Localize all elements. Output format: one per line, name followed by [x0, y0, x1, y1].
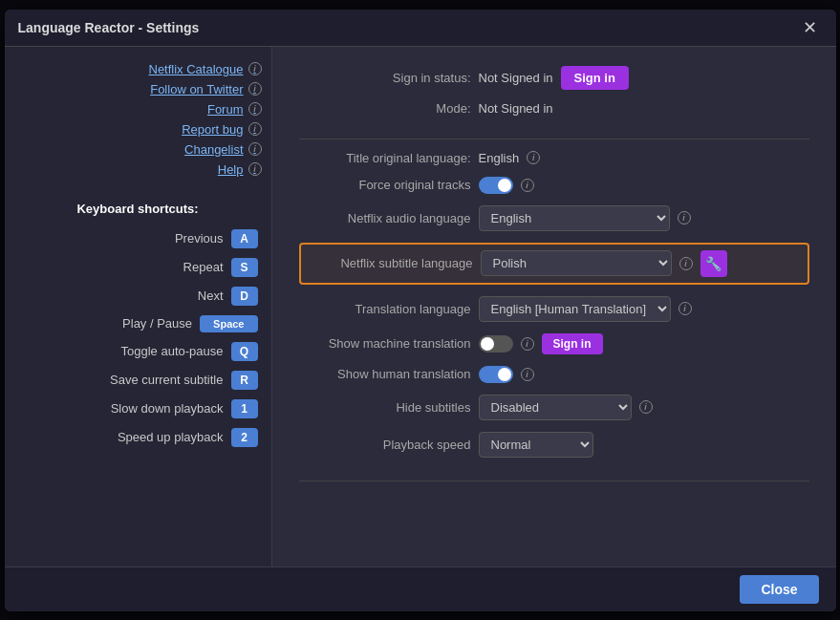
divider-1 — [299, 139, 809, 139]
machine-translation-sign-in-button[interactable]: Sign in — [542, 333, 603, 354]
modal-overlay: Language Reactor - Settings ✕ Netflix Ca… — [0, 0, 840, 620]
netflix-audio-language-select[interactable]: English Polish German French Spanish — [479, 205, 670, 231]
shortcut-previous-label: Previous — [14, 231, 224, 246]
close-modal-button[interactable]: Close — [740, 575, 818, 604]
shortcut-play-pause-label: Play / Pause — [14, 316, 193, 331]
shortcut-next-label: Next — [14, 289, 224, 303]
sign-in-button[interactable]: Sign in — [561, 66, 629, 90]
netflix-audio-info-icon[interactable]: i — [678, 211, 691, 224]
title-original-language-value: English — [479, 151, 520, 165]
netflix-audio-language-row: Netflix audio language English Polish Ge… — [299, 205, 809, 231]
sign-in-status-label: Sign in status: — [299, 71, 471, 85]
translation-language-info-icon[interactable]: i — [678, 302, 692, 315]
shortcut-speed-playback-label: Speed up playback — [14, 430, 224, 444]
sign-in-status-row: Sign in status: Not Signed in Sign in — [299, 66, 809, 90]
follow-twitter-info-icon[interactable]: i — [248, 82, 262, 96]
shortcut-save-subtitle: Save current subtitle R — [14, 371, 262, 390]
force-original-tracks-label: Force original tracks — [299, 178, 471, 192]
sidebar-item-follow-twitter[interactable]: Follow on Twitter i — [150, 82, 261, 96]
wrench-button[interactable]: 🔧 — [700, 250, 727, 277]
shortcut-repeat-key: S — [231, 258, 258, 277]
modal-close-x-button[interactable]: ✕ — [797, 17, 823, 38]
shortcuts-title: Keyboard shortcuts: — [14, 202, 262, 216]
shortcut-speed-playback: Speed up playback 2 — [14, 428, 262, 447]
changelist-info-icon[interactable]: i — [248, 142, 262, 156]
show-human-translation-info-icon[interactable]: i — [521, 368, 534, 381]
modal-body: Netflix Catalogue i Follow on Twitter i … — [5, 47, 836, 567]
playback-speed-label: Playback speed — [299, 438, 471, 452]
force-original-tracks-toggle[interactable] — [479, 177, 513, 194]
hide-subtitles-select[interactable]: Disabled Primary Secondary Both — [479, 395, 632, 420]
netflix-subtitle-language-label: Netflix subtitle language — [309, 256, 473, 270]
shortcut-save-subtitle-key: R — [231, 371, 258, 390]
shortcut-play-pause-key: Space — [200, 315, 257, 332]
shortcut-save-subtitle-label: Save current subtitle — [14, 373, 224, 387]
show-human-translation-toggle[interactable] — [479, 366, 513, 383]
shortcut-toggle-autopause-key: Q — [231, 342, 258, 361]
modal-header: Language Reactor - Settings ✕ — [5, 10, 836, 47]
sidebar-item-help[interactable]: Help i — [218, 162, 262, 177]
shortcut-next-key: D — [231, 287, 258, 306]
translation-language-row: Translation language English [Human Tran… — [299, 296, 809, 322]
mode-value: Not Signed in — [479, 101, 553, 116]
title-language-info-icon[interactable]: i — [527, 151, 540, 164]
sidebar-links: Netflix Catalogue i Follow on Twitter i … — [14, 62, 262, 177]
sign-in-status-value: Not Signed in — [479, 71, 553, 85]
netflix-catalogue-info-icon[interactable]: i — [248, 62, 262, 75]
shortcut-speed-playback-key: 2 — [231, 428, 258, 447]
sidebar-item-forum[interactable]: Forum i — [207, 102, 262, 117]
mode-row: Mode: Not Signed in — [299, 101, 809, 116]
shortcut-repeat: Repeat S — [14, 258, 262, 277]
hide-subtitles-info-icon[interactable]: i — [639, 400, 653, 414]
show-machine-translation-label: Show machine translation — [299, 336, 471, 351]
hide-subtitles-row: Hide subtitles Disabled Primary Secondar… — [299, 395, 809, 420]
report-bug-info-icon[interactable]: i — [248, 122, 262, 136]
translation-language-label: Translation language — [299, 302, 471, 316]
sidebar: Netflix Catalogue i Follow on Twitter i … — [5, 47, 272, 567]
mode-label: Mode: — [299, 101, 471, 116]
force-original-tracks-info-icon[interactable]: i — [521, 179, 534, 192]
netflix-subtitle-language-select[interactable]: Polish English German French Spanish — [481, 250, 672, 276]
forum-info-icon[interactable]: i — [248, 102, 262, 116]
shortcut-slow-playback: Slow down playback 1 — [14, 399, 262, 418]
shortcut-slow-playback-key: 1 — [231, 399, 258, 418]
title-original-language-label: Title original language: — [299, 151, 471, 165]
shortcut-previous-key: A — [231, 229, 258, 248]
show-human-translation-row: Show human translation i — [299, 366, 809, 383]
show-machine-translation-row: Show machine translation i Sign in — [299, 333, 809, 354]
sidebar-item-changelist[interactable]: Changelist i — [184, 142, 261, 157]
modal-title: Language Reactor - Settings — [18, 20, 200, 35]
show-machine-translation-info-icon[interactable]: i — [521, 337, 534, 351]
shortcut-toggle-autopause-label: Toggle auto-pause — [14, 344, 224, 358]
help-info-icon[interactable]: i — [248, 162, 262, 176]
netflix-audio-language-label: Netflix audio language — [299, 211, 471, 225]
translation-language-select[interactable]: English [Human Translation] Polish Germa… — [479, 296, 671, 322]
force-original-tracks-row: Force original tracks i — [299, 177, 809, 194]
settings-modal: Language Reactor - Settings ✕ Netflix Ca… — [5, 10, 836, 611]
divider-2 — [299, 481, 809, 481]
shortcut-previous: Previous A — [14, 229, 262, 248]
netflix-subtitle-info-icon[interactable]: i — [679, 257, 693, 270]
modal-footer: Close — [5, 567, 836, 611]
title-original-language-row: Title original language: English i — [299, 151, 809, 165]
playback-speed-row: Playback speed Normal 0.5x 0.75x 1.25x 1… — [299, 432, 809, 458]
shortcut-slow-playback-label: Slow down playback — [14, 401, 224, 416]
shortcut-play-pause: Play / Pause Space — [14, 315, 262, 332]
sidebar-item-netflix-catalogue[interactable]: Netflix Catalogue i — [149, 62, 262, 76]
show-human-translation-label: Show human translation — [299, 367, 471, 381]
hide-subtitles-label: Hide subtitles — [299, 400, 471, 415]
shortcut-repeat-label: Repeat — [14, 260, 224, 274]
shortcut-next: Next D — [14, 287, 262, 306]
main-content: Sign in status: Not Signed in Sign in Mo… — [272, 47, 836, 567]
playback-speed-select[interactable]: Normal 0.5x 0.75x 1.25x 1.5x 2x — [479, 432, 593, 458]
sidebar-item-report-bug[interactable]: Report bug i — [182, 122, 261, 137]
netflix-subtitle-language-row: Netflix subtitle language Polish English… — [299, 243, 809, 285]
shortcut-toggle-autopause: Toggle auto-pause Q — [14, 342, 262, 361]
show-machine-translation-toggle[interactable] — [479, 335, 513, 353]
